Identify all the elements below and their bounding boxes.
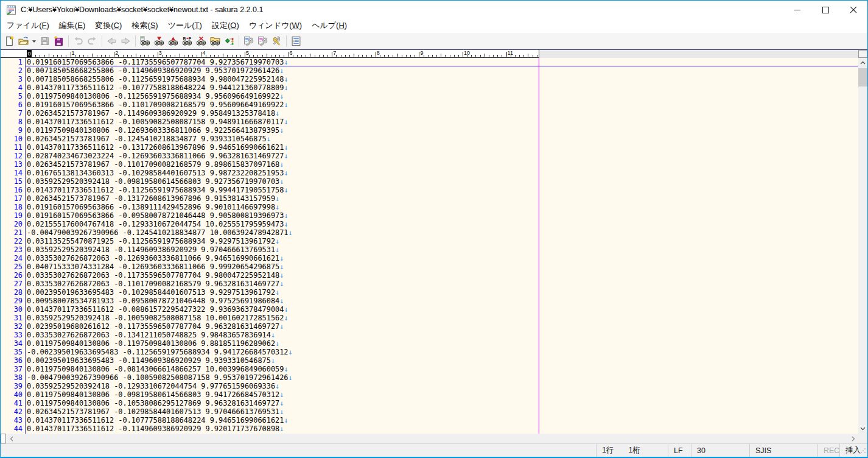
line-number[interactable]: 42	[1, 407, 23, 416]
line-number[interactable]: 14	[1, 169, 23, 177]
text-row[interactable]: 260.03353027626872063 -0.117355965077877…	[1, 271, 858, 280]
text-row[interactable]: 50.01197509840130806 -0.1125659197568893…	[1, 92, 858, 100]
text-line[interactable]: 0.031135255470871925 -0.1125659197568893…	[27, 237, 275, 245]
line-number[interactable]: 13	[1, 160, 23, 169]
type-settings-icon[interactable]	[242, 34, 256, 48]
minimize-icon[interactable]	[783, 1, 811, 19]
text-row[interactable]: 40.014370117336511612 -0.107775881886482…	[1, 83, 858, 92]
line-number[interactable]: 5	[1, 92, 23, 100]
text-line[interactable]: 0.021555176004767418 -0.1293310672044754…	[27, 220, 284, 228]
line-number[interactable]: 25	[1, 262, 23, 271]
macro-record-indicator[interactable]: REC	[817, 444, 839, 457]
text-line[interactable]: 0.019160157069563866 -0.1389111429452896…	[27, 203, 275, 211]
text-row[interactable]: 20.007185058668255806 -0.114960938692092…	[1, 66, 858, 75]
line-number[interactable]: 22	[1, 237, 23, 245]
text-line[interactable]: 0.02634521573781967 -0.11017090082168579…	[27, 160, 279, 169]
forward-icon[interactable]	[119, 34, 133, 48]
text-line[interactable]: -0.004790039267390966 -0.124541021883487…	[27, 228, 289, 237]
text-line[interactable]: 0.002395019633695483 -0.1149609386920929…	[27, 356, 271, 365]
menu-item-settings[interactable]: 設定(O)	[207, 19, 244, 33]
text-line[interactable]: 0.02395019680261612 -0.11735596507787704…	[27, 322, 279, 331]
menu-item-edit[interactable]: 編集(E)	[54, 19, 90, 33]
text-line[interactable]: 0.03353027626872063 -0.11735596507787704…	[27, 271, 279, 280]
text-row[interactable]: 270.03353027626872063 -0.110170900821685…	[1, 280, 858, 288]
line-number[interactable]: 31	[1, 314, 23, 322]
text-line[interactable]: 0.014370117336511612 -0.1005908250808715…	[27, 118, 284, 126]
text-row[interactable]: 310.03592529520392418 -0.100590825080871…	[1, 314, 858, 322]
line-number[interactable]: 2	[1, 66, 23, 75]
line-number[interactable]: 11	[1, 143, 23, 152]
text-line[interactable]: 0.002395019633695483 -0.1029858440160751…	[27, 288, 275, 297]
text-line[interactable]: 0.007185058668255806 -0.1125659197568893…	[27, 75, 284, 83]
line-number[interactable]: 37	[1, 365, 23, 373]
line-number[interactable]: 15	[1, 177, 23, 186]
line-number[interactable]: 32	[1, 322, 23, 331]
horizontal-scrollbar[interactable]	[1, 434, 867, 443]
text-row[interactable]: 30.007185058668255806 -0.112565919756889…	[1, 75, 858, 83]
horizontal-scroll-track[interactable]	[16, 434, 848, 443]
menu-item-convert[interactable]: 変換(C)	[90, 19, 127, 33]
maximize-icon[interactable]	[811, 1, 839, 19]
text-row[interactable]: 440.014370117336511612 -0.11496093869209…	[1, 425, 858, 433]
text-line[interactable]: 0.007185058668255806 -0.1149609386920929…	[27, 66, 279, 75]
text-row[interactable]: 35-0.002395019633695483 -0.1125659197568…	[1, 348, 858, 356]
clear-find-mark-icon[interactable]	[194, 34, 208, 48]
text-line[interactable]: 0.03353027626872063 -0.1341211050748825 …	[27, 331, 271, 339]
find-next-icon[interactable]	[152, 34, 166, 48]
text-line[interactable]: 0.03592529520392418 -0.09819580614566803…	[27, 177, 279, 186]
common-settings-icon[interactable]	[256, 34, 270, 48]
text-row[interactable]: 290.009580078534781933 -0.09580078721046…	[1, 297, 858, 305]
menu-item-tool[interactable]: ツール(T)	[163, 19, 207, 33]
text-row[interactable]: 230.03592529520392418 -0.114960938692092…	[1, 245, 858, 254]
text-row[interactable]: 420.02634521573781967 -0.102985844016075…	[1, 407, 858, 416]
text-row[interactable]: 400.01197509840130806 -0.098195806145668…	[1, 390, 858, 399]
line-number[interactable]: 16	[1, 186, 23, 194]
text-line[interactable]: 0.01197509840130806 -0.08143066614866257…	[27, 365, 284, 373]
text-row[interactable]: 390.03592529520392418 -0.129331067204475…	[1, 382, 858, 390]
grep-icon[interactable]	[208, 34, 222, 48]
outline-icon[interactable]	[289, 34, 303, 48]
line-number[interactable]: 4	[1, 83, 23, 92]
line-number[interactable]: 45	[1, 433, 23, 434]
text-row[interactable]: 280.002395019633695483 -0.10298584401607…	[1, 288, 858, 297]
resize-grip[interactable]	[860, 447, 866, 456]
line-number[interactable]: 21	[1, 228, 23, 237]
find-icon[interactable]	[138, 34, 152, 48]
text-row[interactable]: 360.002395019633695483 -0.11496093869209…	[1, 356, 858, 365]
keyword-settings-icon[interactable]	[270, 34, 284, 48]
text-row[interactable]: 190.019160157069563866 -0.09580078721046…	[1, 211, 858, 220]
replace-icon[interactable]: RP	[180, 34, 194, 48]
text-row[interactable]: 150.03592529520392418 -0.098195806145668…	[1, 177, 858, 186]
line-number[interactable]: 26	[1, 271, 23, 280]
scroll-down-icon[interactable]	[858, 424, 867, 434]
save-as-icon[interactable]	[52, 34, 66, 48]
text-row[interactable]: 430.014370117336511612 -0.10777588188648…	[1, 416, 858, 425]
text-line[interactable]: 0.014370117336511612 -0.1317260861396789…	[27, 143, 284, 152]
line-number[interactable]: 19	[1, 211, 23, 220]
text-line[interactable]: 0.03592529520392418 -0.1293310672044754 …	[27, 382, 275, 390]
line-number[interactable]: 9	[1, 126, 23, 135]
line-number[interactable]: 10	[1, 135, 23, 143]
text-row[interactable]: 38-0.004790039267390966 -0.1005908250808…	[1, 373, 858, 382]
undo-icon[interactable]	[71, 34, 85, 48]
text-row[interactable]: 340.01197509840130806 -0.119750984013080…	[1, 339, 858, 348]
text-row[interactable]: 200.021555176004767418 -0.12933106720447…	[1, 220, 858, 228]
back-icon[interactable]	[105, 34, 119, 48]
close-icon[interactable]	[839, 1, 867, 19]
open-file-icon[interactable]	[16, 34, 30, 48]
scroll-left-icon[interactable]	[6, 434, 16, 443]
text-row[interactable]: 60.019160157069563866 -0.110170900821685…	[1, 100, 858, 109]
line-number[interactable]: 20	[1, 220, 23, 228]
text-row[interactable]: 130.02634521573781967 -0.110170900821685…	[1, 160, 858, 169]
line-number[interactable]: 8	[1, 118, 23, 126]
text-line[interactable]: 0.03353027626872063 -0.12693603336811066…	[27, 254, 279, 262]
line-number[interactable]: 44	[1, 425, 23, 433]
text-row[interactable]: 70.02634521573781967 -0.1149609386920929…	[1, 109, 858, 118]
menu-item-help[interactable]: ヘルプ(H)	[307, 19, 352, 33]
line-number[interactable]: 39	[1, 382, 23, 390]
text-line[interactable]: 0.01197509840130806 -0.1197509840130806 …	[27, 339, 275, 348]
line-number[interactable]: 28	[1, 288, 23, 297]
text-row[interactable]: 250.040715333074331284 -0.12693603336811…	[1, 262, 858, 271]
line-number[interactable]: 43	[1, 416, 23, 425]
menu-item-window[interactable]: ウィンドウ(W)	[244, 19, 307, 33]
